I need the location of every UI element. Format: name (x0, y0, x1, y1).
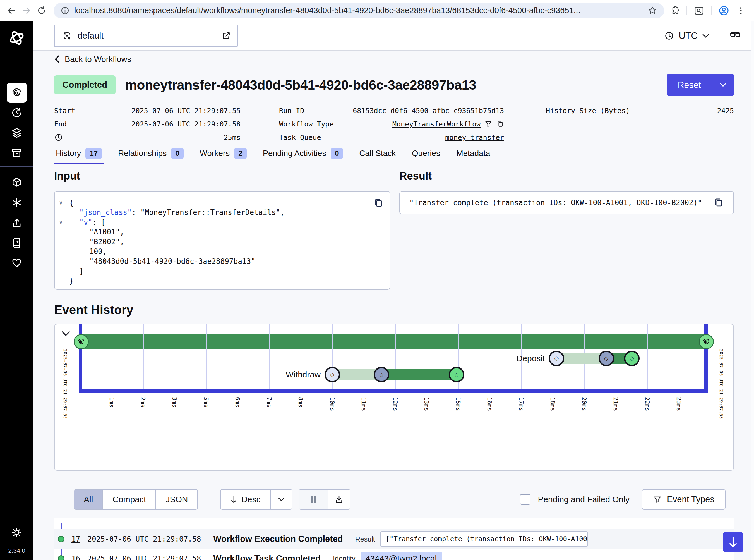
json-text: } (69, 277, 74, 285)
browser-reload-icon[interactable] (35, 4, 48, 17)
sort-desc-button[interactable]: Desc (221, 489, 270, 509)
profile-avatar-icon[interactable] (718, 5, 730, 16)
site-info-icon[interactable] (60, 6, 70, 15)
address-bar[interactable]: localhost:8080/namespaces/default/workfl… (54, 3, 664, 18)
timeline-collapse-chevron[interactable] (61, 331, 71, 337)
pending-failed-filter[interactable]: Pending and Failed Only (520, 494, 630, 505)
download-button[interactable] (328, 489, 350, 509)
browser-back-icon[interactable] (5, 4, 18, 17)
sidebar-item-batch-operations[interactable] (7, 123, 27, 143)
timeline-tick-label: 23ms (675, 397, 682, 411)
pending-failed-checkbox[interactable] (520, 494, 530, 505)
event-row[interactable]: 172025-07-06 UTC 21:29:07.58Workflow Exe… (54, 529, 734, 549)
event-types-button[interactable]: Event Types (642, 489, 726, 510)
sidebar-divider (0, 166, 34, 167)
copy-icon[interactable] (496, 120, 504, 128)
sort-menu-button[interactable] (270, 489, 292, 509)
task-queue-link[interactable]: money-transfer (445, 134, 504, 142)
namespace-selector[interactable]: default (54, 24, 238, 47)
event-name: Workflow Execution Completed (213, 534, 343, 544)
filter-icon[interactable] (485, 120, 492, 128)
sidebar-item-docs[interactable] (7, 233, 27, 253)
sidebar-item-schedules[interactable] (7, 103, 27, 123)
json-text: { (69, 199, 74, 207)
page-scrollbar[interactable] (751, 21, 754, 560)
result-title: Result (399, 169, 734, 183)
chevron-down-icon (719, 82, 727, 87)
tab-count-badge: 17 (85, 148, 102, 159)
event-id-link[interactable]: 17 (72, 535, 80, 543)
tab-queries[interactable]: Queries (410, 147, 442, 164)
collapse-chevron-icon[interactable]: ∨ (55, 219, 69, 225)
tab-metadata[interactable]: Metadata (455, 147, 492, 164)
timeline-tick-label: 3ms (171, 397, 178, 407)
activity-row-deposit: Deposit◇◇◇ (83, 351, 704, 366)
reset-button[interactable]: Reset (667, 74, 712, 96)
event-detail-value: ["Transfer complete (transaction IDs: OK… (380, 531, 588, 547)
tab-workers[interactable]: Workers2 (198, 147, 248, 164)
run-id-label: Run ID (279, 107, 349, 115)
activity-started-marker[interactable]: ◇ (374, 367, 389, 382)
json-line: "json_class": "MoneyTransfer::TransferDe… (55, 207, 370, 217)
activity-completed-marker[interactable]: ◇ (449, 367, 464, 382)
activity-completed-marker[interactable]: ◇ (624, 351, 639, 366)
sidebar-item-feedback[interactable] (7, 253, 27, 273)
sidebar-item-archive[interactable] (7, 143, 27, 163)
tab-pending-activities[interactable]: Pending Activities0 (261, 147, 345, 164)
pause-button[interactable] (299, 489, 328, 509)
workflow-id-title: moneytransfer-48043d0d-5b41-4920-bd6c-3a… (125, 77, 476, 93)
workflow-type-link[interactable]: MoneyTransferWorkflow (392, 120, 481, 128)
sidebar-item-deployments[interactable] (7, 173, 27, 193)
bookmark-star-icon[interactable] (647, 5, 657, 16)
search-tabs-icon[interactable] (694, 5, 704, 16)
activity-started-marker[interactable]: ◇ (598, 351, 614, 366)
top-bar: default UTC (34, 21, 754, 51)
view-json-button[interactable]: JSON (156, 489, 197, 509)
browser-menu-icon[interactable] (736, 6, 746, 15)
collapse-chevron-icon[interactable]: ∨ (55, 199, 69, 206)
tab-history[interactable]: History17 (54, 147, 104, 164)
labs-mode-icon[interactable] (730, 30, 741, 42)
duration-clock-icon (54, 133, 85, 142)
event-id-link[interactable]: 16 (72, 555, 80, 560)
view-compact-button[interactable]: Compact (102, 489, 156, 509)
scroll-to-bottom-button[interactable] (723, 532, 743, 552)
app-version: 2.34.0 (8, 547, 25, 555)
workflow-end-marker[interactable] (699, 334, 714, 349)
event-status-dot (58, 536, 64, 542)
input-panel: ∨{"json_class": "MoneyTransfer::Transfer… (54, 191, 390, 290)
back-to-workflows-link[interactable]: Back to Workflows (54, 55, 131, 64)
browser-forward-icon[interactable] (20, 4, 33, 17)
extensions-icon[interactable] (670, 5, 680, 16)
event-row[interactable]: 162025-07-06 UTC 21:29:07.58Workflow Tas… (54, 549, 734, 560)
workflow-start-marker[interactable] (74, 334, 89, 349)
event-history-timeline: Withdraw◇◇◇Deposit◇◇◇ 1ms2ms3ms5ms6ms7ms… (54, 324, 734, 471)
copy-icon[interactable] (373, 198, 384, 208)
workflow-details: Start 2025-07-06 UTC 21:29:07.55 Run ID … (54, 104, 734, 144)
json-text: : [ (93, 218, 105, 226)
timezone-selector[interactable]: UTC (664, 31, 709, 41)
json-line: 100, (55, 246, 370, 256)
sidebar-item-workflows[interactable] (7, 83, 27, 103)
namespace-external-link-icon[interactable] (215, 25, 237, 46)
tab-label: Pending Activities (263, 149, 326, 158)
sidebar-item-nexus[interactable] (7, 193, 27, 213)
reset-menu-button[interactable] (712, 74, 734, 96)
input-section: Input ∨{"json_class": "MoneyTransfer::Tr… (54, 169, 390, 290)
copy-icon[interactable] (713, 197, 724, 208)
tab-count-badge: 2 (234, 148, 246, 159)
temporal-logo-icon[interactable] (8, 29, 26, 47)
toolbar-divider (711, 6, 712, 15)
arrow-down-icon (230, 495, 238, 504)
workflow-spiral-icon (702, 338, 711, 346)
pending-failed-label: Pending and Failed Only (538, 495, 630, 504)
sidebar-item-import[interactable] (7, 213, 27, 233)
timeline-tick-label: 17ms (518, 397, 524, 411)
json-text: "A1001", (89, 228, 124, 236)
json-text: : "MoneyTransfer::TransferDetails", (132, 208, 285, 217)
theme-toggle-icon[interactable] (7, 523, 27, 543)
tab-relationships[interactable]: Relationships0 (116, 147, 185, 164)
tab-call-stack[interactable]: Call Stack (358, 147, 398, 164)
view-all-button[interactable]: All (74, 489, 102, 509)
activity-scheduled-marker[interactable]: ◇ (325, 367, 340, 382)
